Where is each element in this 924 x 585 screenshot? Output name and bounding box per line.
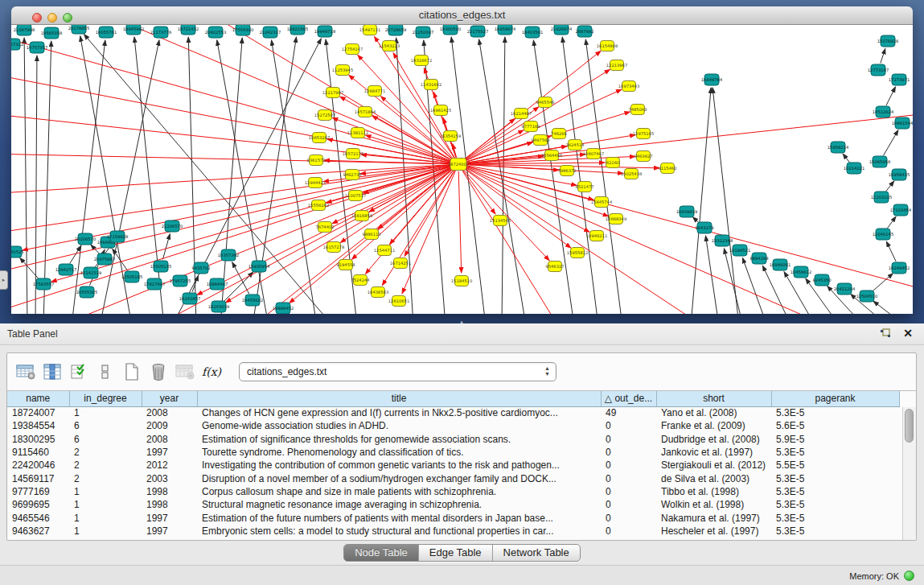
table-selector-dropdown[interactable]: citations_edges.txt ▲▼ (239, 362, 556, 381)
graph-edge[interactable] (402, 171, 455, 294)
graph-edge[interactable] (713, 88, 739, 314)
table-cell[interactable]: 5.3E-5 (771, 498, 899, 511)
graph-edge[interactable] (873, 301, 906, 314)
table-cell[interactable]: Hescheler et al. (1997) (656, 525, 771, 538)
graph-edge[interactable] (762, 266, 791, 314)
table-cell[interactable]: Estimation of the future numbers of pati… (197, 511, 601, 524)
table-cell[interactable]: 0 (601, 485, 656, 498)
table-cell[interactable]: Tourette syndrome. Phenomenology and cla… (197, 446, 601, 459)
table-cell[interactable]: 19384554 (7, 419, 69, 432)
table-row[interactable]: 977716911998Corpus callosum shape and si… (7, 485, 899, 498)
table-row[interactable]: 1872400712008Changes of HCN gene express… (7, 406, 899, 419)
table-cell[interactable]: Corpus callosum shape and size in male p… (197, 485, 601, 498)
table-cell[interactable]: 9777169 (7, 485, 69, 498)
table-cell[interactable]: Wolkin et al. (1998) (656, 498, 771, 511)
float-panel-icon[interactable] (879, 328, 892, 340)
table-cell[interactable]: 1 (69, 525, 142, 538)
table-cell[interactable]: Tibbo et al. (1998) (656, 485, 771, 498)
graph-edge[interactable] (11, 154, 451, 164)
table-cell[interactable]: 1997 (142, 525, 197, 538)
table-cell[interactable]: Disruption of a novel member of a sodium… (197, 472, 601, 484)
table-cell[interactable]: 5.3E-5 (771, 525, 899, 538)
table-cell[interactable]: Nakamura et al. (1997) (656, 511, 771, 524)
graph-edge[interactable] (887, 216, 896, 229)
tab-node-table[interactable]: Node Table (344, 545, 419, 561)
table-cell[interactable]: Structural magnetic resonance image aver… (197, 498, 601, 511)
table-cell[interactable]: Investigating the contribution of common… (197, 459, 601, 472)
tab-edge-table[interactable]: Edge Table (419, 545, 493, 561)
delete-table-disabled-icon[interactable] (175, 361, 195, 382)
table-row[interactable]: 1830029562008Estimation of significance … (7, 433, 899, 446)
table-cell[interactable]: 2012 (142, 459, 197, 472)
table-cell[interactable]: 9699695 (7, 498, 69, 511)
table-cell[interactable]: 5.9E-5 (771, 433, 899, 446)
table-row[interactable]: 946554611997Estimation of the future num… (7, 511, 899, 524)
graph-edge[interactable] (462, 170, 495, 214)
table-cell[interactable]: 5.6E-5 (771, 419, 899, 432)
column-visibility-icon[interactable] (42, 361, 63, 382)
citation-network-graph[interactable]: 1055731221067998195653582017885516055761… (11, 25, 913, 314)
table-cell[interactable]: 5.3E-5 (771, 472, 899, 484)
graph-edge[interactable] (465, 167, 589, 232)
scrollbar-thumb[interactable] (905, 409, 914, 443)
table-cell[interactable]: 2 (69, 459, 142, 472)
table-cell[interactable]: Franke et al. (2009) (656, 419, 771, 432)
column-header-out-de-[interactable]: △ out_de... (601, 391, 656, 406)
graph-edge[interactable] (466, 154, 585, 164)
table-cell[interactable]: 0 (601, 472, 656, 484)
table-cell[interactable]: 0 (601, 446, 656, 459)
table-row[interactable]: 946362711997Embryonic stem cells: a mode… (7, 525, 899, 538)
table-row[interactable]: 1456911722003Disruption of a novel membe… (7, 472, 899, 484)
create-table-icon[interactable] (121, 361, 142, 382)
table-row[interactable]: 2242004622012Investigating the contribut… (7, 459, 899, 472)
graph-edge[interactable] (24, 38, 27, 314)
table-cell[interactable]: Estimation of significance thresholds fo… (197, 433, 601, 446)
close-panel-icon[interactable]: ✕ (903, 327, 913, 340)
table-vertical-scrollbar[interactable] (902, 407, 916, 540)
table-cell[interactable]: 1997 (142, 446, 197, 459)
table-cell[interactable]: 0 (601, 419, 656, 432)
graph-edge[interactable] (843, 154, 849, 163)
table-cell[interactable]: 0 (601, 459, 656, 472)
table-cell[interactable]: 1 (69, 485, 142, 498)
column-header-name[interactable]: name (7, 391, 69, 406)
collapsed-panel-handle[interactable]: ▸ (0, 270, 8, 290)
graph-edge[interactable] (886, 87, 896, 105)
table-cell[interactable]: Jankovic et al. (1997) (656, 446, 771, 459)
table-cell[interactable]: 6 (69, 433, 142, 446)
delete-trash-icon[interactable] (148, 361, 169, 382)
table-cell[interactable]: 18724007 (7, 406, 69, 419)
table-cell[interactable]: 1 (69, 498, 142, 511)
table-cell[interactable]: 49 (601, 406, 656, 419)
table-cell[interactable]: 5.3E-5 (771, 446, 899, 459)
table-cell[interactable]: 5.3E-5 (771, 511, 899, 524)
table-cell[interactable]: Changes of HCN gene expression and I(f) … (197, 406, 601, 419)
table-cell[interactable]: 0 (601, 498, 656, 511)
graph-edge[interactable] (881, 48, 885, 63)
table-cell[interactable]: 1998 (142, 498, 197, 511)
graph-edge[interactable] (272, 40, 317, 314)
table-cell[interactable]: 2 (69, 446, 142, 459)
graph-edge[interactable] (465, 167, 823, 314)
table-cell[interactable]: 9465546 (7, 511, 69, 524)
table-cell[interactable]: 5.5E-5 (771, 459, 899, 472)
table-cell[interactable]: 18300295 (7, 433, 69, 446)
graph-edge[interactable] (724, 249, 743, 314)
column-header-short[interactable]: short (656, 391, 771, 406)
memory-status-indicator[interactable] (904, 571, 914, 581)
graph-edge[interactable] (162, 234, 170, 260)
table-cell[interactable]: 2009 (142, 419, 197, 432)
table-cell[interactable]: 9115460 (7, 446, 69, 459)
table-cell[interactable]: 9463627 (7, 525, 69, 538)
graph-edge[interactable] (466, 166, 913, 290)
table-cell[interactable]: 1 (69, 406, 142, 419)
graph-edge[interactable] (692, 217, 699, 223)
column-header-pagerank[interactable]: pagerank (771, 391, 899, 406)
network-canvas[interactable]: 1055731221067998195653582017885516055761… (11, 25, 913, 314)
table-cell[interactable]: 0 (601, 511, 656, 524)
graph-edge[interactable] (390, 170, 454, 245)
table-cell[interactable]: 0 (601, 433, 656, 446)
table-cell[interactable]: 2008 (142, 406, 197, 419)
table-cell[interactable]: Dudbridge et al. (2008) (656, 433, 771, 446)
graph-edge[interactable] (886, 241, 896, 262)
